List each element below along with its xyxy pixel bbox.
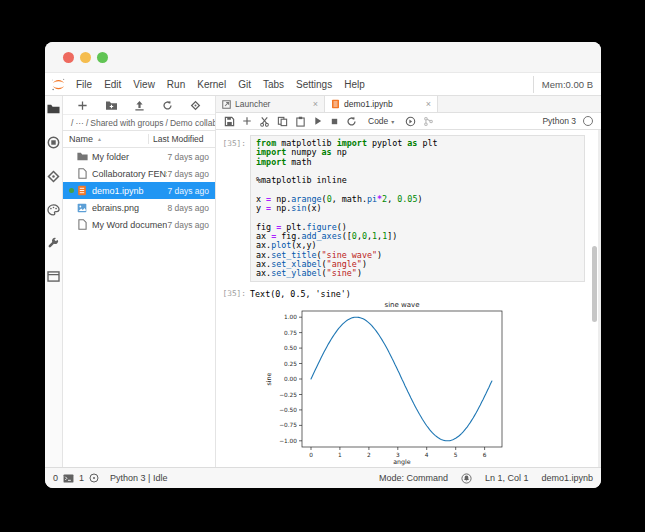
menu-run[interactable]: Run [161,79,191,90]
window-titlebar[interactable] [45,42,601,73]
close-window-button[interactable] [63,52,74,63]
file-browser-panel: / ··· / Shared with groups / Demo collab… [63,96,216,467]
svg-text:1: 1 [338,452,342,458]
palette-icon[interactable] [47,204,60,216]
menu-help[interactable]: Help [338,79,371,90]
activity-bar [45,96,63,467]
refresh-icon[interactable] [162,100,173,111]
new-launcher-icon[interactable] [77,100,88,111]
notification-bell-icon[interactable] [461,473,472,484]
file-row-demo1-ipynb[interactable]: demo1.ipynb 7 days ago [63,182,215,199]
breadcrumb-demo-collab[interactable]: Demo collab [170,118,215,128]
interrupt-kernel-icon[interactable] [330,117,339,126]
main-dock-panel: Launcher × demo1.ipynb × [216,96,601,467]
notebook-mode-indicator[interactable]: Mode: Command [379,473,448,483]
cell-output: [35]: Text(0, 0.5, 'sine') [216,285,601,299]
menu-view[interactable]: View [127,79,161,90]
status-bar: 0 1 Python 3 | Idle Mode: Command Ln 1, … [45,467,601,488]
minimize-window-button[interactable] [80,52,91,63]
close-tab-launcher-icon[interactable]: × [313,99,318,109]
paste-cells-icon[interactable] [295,116,306,127]
file-row-ebrains-png[interactable]: ebrains.png 8 days ago [63,199,215,216]
sort-by-modified-header[interactable]: Last Modified [148,134,215,144]
file-row-collaboratory-fens[interactable]: Collaboratory FENS... 7 days ago [63,165,215,182]
tab-demo1-ipynb[interactable]: demo1.ipynb × [325,96,438,112]
upload-icon[interactable] [134,100,145,111]
menu-kernel[interactable]: Kernel [191,79,232,90]
svg-text:6: 6 [483,452,487,458]
cut-cells-icon[interactable] [259,116,270,127]
file-icon [76,168,88,179]
terminals-count[interactable]: 0 [53,473,58,483]
run-cell-icon[interactable] [313,116,323,126]
restart-kernel-icon[interactable] [346,116,357,127]
kernel-status-text[interactable]: Python 3 | Idle [110,473,167,483]
code-editor[interactable]: from matplotlib import pyplot as pltimpo… [250,135,585,282]
svg-text:−1.00: −1.00 [279,438,297,444]
output-text: Text(0, 0.5, 'sine') [250,285,351,299]
git-sidebar-icon[interactable] [47,170,60,183]
cell-type-dropdown[interactable]: Code ▾ [364,115,398,127]
svg-text:−0.25: −0.25 [279,392,297,398]
tab-bar: Launcher × demo1.ipynb × [216,96,601,113]
save-icon[interactable] [224,116,235,127]
file-row-my-word-document[interactable]: My Word document... 7 days ago [63,216,215,233]
svg-text:0: 0 [309,452,313,458]
kernels-count[interactable]: 1 [79,473,84,483]
svg-text:sine wave: sine wave [384,301,419,309]
status-filename: demo1.ipynb [541,473,593,483]
git-clone-icon[interactable] [190,100,201,111]
svg-text:0.75: 0.75 [284,330,297,336]
kernel-running-dot [69,188,74,193]
breadcrumb-shared-with-groups[interactable]: Shared with groups [90,118,163,128]
git-actions-icon[interactable] [423,116,434,127]
file-row-my-folder[interactable]: My folder 7 days ago [63,148,215,165]
open-tabs-icon[interactable] [47,271,60,282]
jupyter-logo-icon [51,78,66,91]
tab-launcher[interactable]: Launcher × [216,96,325,112]
sine-wave-plot: sine wave0123456−1.00−0.75−0.50−0.250.00… [264,301,514,467]
svg-text:angle: angle [393,458,411,466]
copy-cells-icon[interactable] [277,116,288,127]
running-sessions-icon[interactable] [47,136,60,149]
new-folder-icon[interactable] [105,100,118,111]
svg-text:2: 2 [367,452,371,458]
breadcrumb: / ··· / Shared with groups / Demo collab… [63,115,215,130]
file-browser-icon[interactable] [47,103,60,115]
breadcrumb-ellipsis[interactable]: ··· [75,118,84,128]
terminal-icon [63,474,74,483]
menu-edit[interactable]: Edit [98,79,127,90]
menu-git[interactable]: Git [232,79,257,90]
image-icon [76,203,88,213]
kernel-name-button[interactable]: Python 3 [542,116,576,126]
file-list-header: Name ▲ Last Modified [63,130,215,148]
menu-tabs[interactable]: Tabs [257,79,290,90]
output-figure-row: sine wave0123456−1.00−0.75−0.50−0.250.00… [216,301,601,467]
svg-text:4: 4 [425,452,429,458]
close-tab-demo1-icon[interactable]: × [426,99,431,109]
restart-run-all-icon[interactable] [405,116,416,127]
scrollbar-track [598,130,601,467]
svg-text:0.25: 0.25 [284,361,297,367]
notebook-scroll-area[interactable]: [35]: from matplotlib import pyplot as p… [216,130,601,467]
scrollbar-thumb[interactable] [592,246,597,322]
svg-text:−0.75: −0.75 [279,423,297,429]
tools-wrench-icon[interactable] [47,237,60,250]
svg-text:sine: sine [265,373,272,386]
folder-icon [76,152,88,161]
sort-by-name-header[interactable]: Name ▲ [63,134,148,144]
kernel-status-idle-icon [583,116,593,126]
code-cell: [35]: from matplotlib import pyplot as p… [216,135,601,282]
menu-settings[interactable]: Settings [290,79,338,90]
kernels-icon [89,473,99,483]
cursor-position-indicator[interactable]: Ln 1, Col 1 [485,473,529,483]
add-cell-icon[interactable] [242,116,252,126]
jupyterlab-window: File Edit View Run Kernel Git Tabs Setti… [45,42,601,488]
menu-bar: File Edit View Run Kernel Git Tabs Setti… [45,73,601,96]
svg-text:5: 5 [454,452,458,458]
menu-file[interactable]: File [70,79,98,90]
zoom-window-button[interactable] [97,52,108,63]
chevron-down-icon: ▾ [391,118,394,125]
notebook-toolbar: Code ▾ Python 3 [216,113,601,130]
notebook-icon [331,99,340,109]
